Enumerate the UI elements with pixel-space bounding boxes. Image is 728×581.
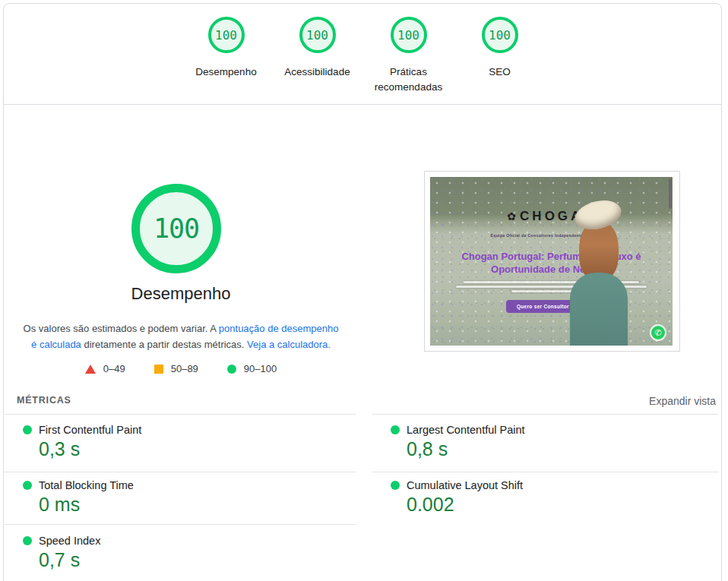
- metric-largest-contentful-paint: Largest Contentful Paint 0,8 s: [391, 424, 717, 460]
- thumbnail-scrollbar: [669, 178, 672, 209]
- metric-label: Speed Index: [39, 535, 100, 547]
- metrics-section-header: MÉTRICAS: [17, 395, 71, 406]
- metric-divider: [372, 414, 718, 415]
- metric-label: First Contentful Paint: [39, 424, 141, 436]
- summary-label: Acessibilidade: [284, 65, 350, 80]
- metric-first-contentful-paint: First Contentful Paint 0,3 s: [23, 424, 350, 460]
- expand-view-link[interactable]: Expandir vista: [649, 395, 716, 407]
- performance-score-value: 100: [154, 213, 199, 244]
- pass-dot-icon: [391, 425, 400, 434]
- legend-item-pass: 90–100: [227, 363, 277, 374]
- score-value: 100: [489, 28, 511, 43]
- summary-item-seo[interactable]: 100 SEO: [454, 17, 546, 80]
- pass-dot-icon: [391, 481, 400, 490]
- score-ring: 100: [208, 17, 245, 53]
- metric-divider: [5, 414, 356, 415]
- summary-item-desempenho[interactable]: 100 Desempenho: [181, 17, 272, 80]
- screenshot-image: ✿ CHOGAN Equipa Oficial de Consultores I…: [430, 177, 673, 346]
- pass-circle-icon: [227, 365, 236, 374]
- summary-label: Práticas recomendadas: [367, 65, 451, 95]
- page-screenshot-thumbnail[interactable]: ✿ CHOGAN Equipa Oficial de Consultores I…: [424, 171, 680, 352]
- legend-range-label: 50–89: [171, 363, 198, 374]
- pagespeed-report-page: 100 Desempenho 100 Acessibilidade 100 Pr…: [0, 0, 728, 581]
- pass-dot-icon: [23, 425, 32, 434]
- score-scale-legend: 0–49 50–89 90–100: [6, 363, 356, 374]
- score-value: 100: [306, 28, 328, 43]
- summary-label: Desempenho: [195, 65, 256, 80]
- summary-item-praticas-recomendadas[interactable]: 100 Práticas recomendadas: [363, 17, 454, 95]
- metric-value: 0,8 s: [407, 438, 717, 460]
- metric-label: Largest Contentful Paint: [407, 424, 525, 436]
- metric-divider: [5, 524, 356, 525]
- pass-dot-icon: [23, 536, 32, 545]
- description-text: Os valores são estimados e podem variar.…: [24, 323, 219, 334]
- legend-item-fail: 0–49: [85, 363, 125, 374]
- woman-hat: [571, 196, 624, 234]
- section-divider: [4, 104, 722, 105]
- score-ring: 100: [391, 17, 427, 53]
- performance-description: Os valores são estimados e podem variar.…: [21, 320, 340, 352]
- metric-label: Total Blocking Time: [39, 479, 134, 491]
- metric-speed-index: Speed Index 0,7 s: [23, 535, 350, 571]
- metric-value: 0,7 s: [39, 549, 350, 571]
- score-value: 100: [215, 28, 237, 43]
- whatsapp-icon: ✆: [650, 324, 666, 341]
- metric-value: 0.002: [407, 494, 717, 516]
- score-ring: 100: [482, 17, 518, 53]
- summary-label: SEO: [489, 65, 511, 80]
- score-ring: 100: [299, 17, 336, 53]
- metric-divider: [5, 472, 356, 472]
- performance-title: Desempenho: [6, 284, 356, 304]
- average-square-icon: [154, 365, 163, 374]
- pass-dot-icon: [23, 481, 32, 490]
- metric-divider: [372, 472, 718, 472]
- woman-dress: [570, 273, 628, 346]
- category-score-summary: 100 Desempenho 100 Acessibilidade 100 Pr…: [4, 4, 722, 104]
- chogan-flower-icon: ✿: [507, 211, 516, 222]
- metric-value: 0,3 s: [39, 438, 350, 460]
- woman-figure: [556, 191, 640, 346]
- description-text: diretamente a partir destas métricas.: [81, 339, 247, 350]
- legend-range-label: 90–100: [244, 363, 277, 374]
- woman-hair: [579, 221, 619, 280]
- metric-cumulative-layout-shift: Cumulative Layout Shift 0.002: [391, 479, 717, 516]
- legend-item-average: 50–89: [154, 363, 198, 374]
- calculator-link[interactable]: Veja a calculadora.: [247, 339, 331, 350]
- metric-total-blocking-time: Total Blocking Time 0 ms: [23, 479, 350, 516]
- performance-score-gauge: 100: [131, 184, 221, 273]
- metric-value: 0 ms: [39, 494, 350, 516]
- score-value: 100: [397, 28, 419, 43]
- fail-triangle-icon: [85, 365, 96, 374]
- summary-item-acessibilidade[interactable]: 100 Acessibilidade: [272, 17, 363, 80]
- metric-label: Cumulative Layout Shift: [407, 479, 523, 491]
- legend-range-label: 0–49: [103, 363, 125, 374]
